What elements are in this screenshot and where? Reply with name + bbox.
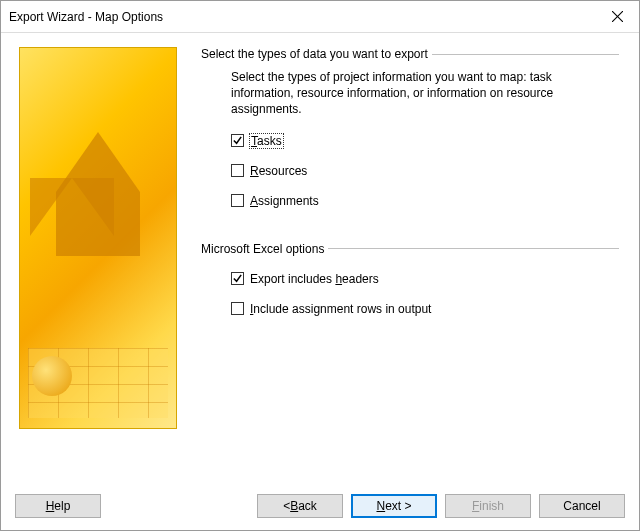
tasks-checkbox[interactable]: [231, 134, 244, 147]
excel-options-legend: Microsoft Excel options: [201, 242, 328, 256]
export-headers-checkbox-row[interactable]: Export includes headers: [231, 272, 619, 286]
export-wizard-dialog: Export Wizard - Map Options Select the t…: [0, 0, 640, 531]
checkmark-icon: [232, 135, 243, 146]
resources-checkbox-row[interactable]: Resources: [231, 164, 619, 178]
include-assignment-rows-label: Include assignment rows in output: [250, 302, 431, 316]
tasks-checkbox-row[interactable]: Tasks: [231, 134, 619, 148]
tasks-label: Tasks: [250, 134, 283, 148]
excel-options-group: Microsoft Excel options Export includes …: [205, 242, 619, 338]
dialog-content: Select the types of data you want to exp…: [1, 33, 639, 530]
help-button[interactable]: Help: [15, 494, 101, 518]
wizard-banner-image: [19, 47, 177, 429]
cancel-button[interactable]: Cancel: [539, 494, 625, 518]
resources-label: Resources: [250, 164, 307, 178]
button-row: Help < Back Next > Finish Cancel: [15, 494, 625, 518]
assignments-checkbox[interactable]: [231, 194, 244, 207]
close-button[interactable]: [595, 2, 639, 32]
close-icon: [612, 11, 623, 22]
include-assignment-rows-checkbox-row[interactable]: Include assignment rows in output: [231, 302, 619, 316]
export-headers-checkbox[interactable]: [231, 272, 244, 285]
export-headers-label: Export includes headers: [250, 272, 379, 286]
finish-button: Finish: [445, 494, 531, 518]
checkmark-icon: [232, 273, 243, 284]
assignments-label: Assignments: [250, 194, 319, 208]
titlebar: Export Wizard - Map Options: [1, 1, 639, 33]
data-types-group: Select the types of data you want to exp…: [205, 47, 619, 224]
form-area: Select the types of data you want to exp…: [205, 47, 619, 356]
data-types-help-text: Select the types of project information …: [231, 69, 591, 118]
resources-checkbox[interactable]: [231, 164, 244, 177]
back-button[interactable]: < Back: [257, 494, 343, 518]
data-types-legend: Select the types of data you want to exp…: [201, 47, 432, 61]
include-assignment-rows-checkbox[interactable]: [231, 302, 244, 315]
assignments-checkbox-row[interactable]: Assignments: [231, 194, 619, 208]
next-button[interactable]: Next >: [351, 494, 437, 518]
window-title: Export Wizard - Map Options: [9, 10, 595, 24]
